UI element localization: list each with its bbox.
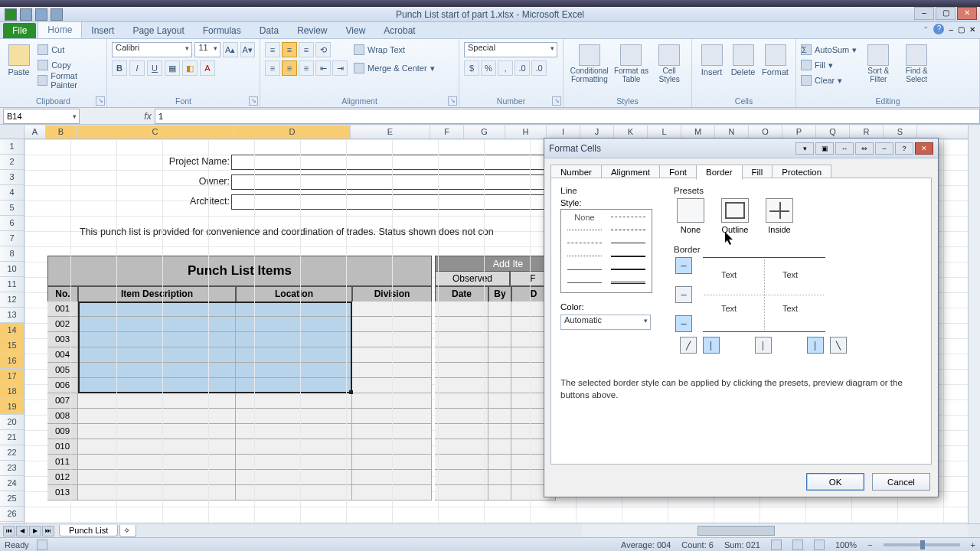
border-preview[interactable]: Text Text Text Text xyxy=(703,257,825,332)
clear-button[interactable]: Clear ▾ xyxy=(801,73,857,88)
row-header-19[interactable]: 19 xyxy=(0,399,24,415)
autosum-button[interactable]: ΣAutoSum ▾ xyxy=(801,42,857,57)
col-header-A[interactable]: A xyxy=(24,126,46,139)
dialog-opt3[interactable]: ↔ xyxy=(835,142,854,155)
row-header-2[interactable]: 2 xyxy=(0,155,24,170)
cell-location[interactable] xyxy=(236,347,352,363)
table-row[interactable]: 009 xyxy=(47,424,556,439)
conditional-formatting-button[interactable]: Conditional Formatting xyxy=(568,42,611,90)
row-header-24[interactable]: 24 xyxy=(0,476,24,491)
cancel-button[interactable]: Cancel xyxy=(872,473,930,491)
number-launcher[interactable]: ↘ xyxy=(552,96,561,106)
save-icon[interactable] xyxy=(20,8,32,21)
number-format-combo[interactable]: Special xyxy=(464,42,557,57)
new-sheet-tab[interactable]: ✧ xyxy=(119,525,136,537)
ok-button[interactable]: OK xyxy=(806,473,864,491)
cell-item-desc[interactable] xyxy=(78,455,236,470)
merge-center-button[interactable]: Merge & Center ▾ xyxy=(354,60,435,76)
cell-division[interactable] xyxy=(352,302,432,317)
tab-view[interactable]: View xyxy=(337,23,375,38)
align-bottom-icon[interactable]: ≡ xyxy=(299,42,314,57)
sheet-nav-first[interactable]: ⏮ xyxy=(3,526,15,536)
cell-no[interactable]: 006 xyxy=(47,378,78,393)
cell-date[interactable] xyxy=(435,424,488,439)
fill-button[interactable]: Fill ▾ xyxy=(801,57,857,73)
row-header-18[interactable]: 18 xyxy=(0,384,24,399)
cell-location[interactable] xyxy=(236,363,352,378)
col-header-D[interactable]: D xyxy=(234,126,351,139)
sheet-nav-last[interactable]: ⏭ xyxy=(42,526,54,536)
cell-division[interactable] xyxy=(352,393,432,409)
cell-no[interactable]: 005 xyxy=(47,363,78,378)
paste-button[interactable]: Paste xyxy=(5,42,33,90)
cell-date[interactable] xyxy=(435,455,488,470)
table-row[interactable]: 001 xyxy=(47,302,556,317)
project-name-field[interactable] xyxy=(231,155,553,170)
cell-date[interactable] xyxy=(435,378,488,393)
view-pagebreak-icon[interactable] xyxy=(814,540,825,550)
cell-no[interactable]: 010 xyxy=(47,439,78,455)
cell-location[interactable] xyxy=(236,378,352,393)
format-painter-button[interactable]: Format Painter xyxy=(38,73,102,88)
cell-item-desc[interactable] xyxy=(78,378,236,393)
help-icon[interactable]: ? xyxy=(933,24,944,34)
cell-location[interactable] xyxy=(236,439,352,455)
workbook-minimize-icon[interactable]: – xyxy=(949,25,953,34)
sheet-tab-punch-list[interactable]: Punch List xyxy=(59,525,118,536)
col-header-R[interactable]: R xyxy=(850,126,884,139)
cell-date[interactable] xyxy=(435,470,488,485)
cell-date[interactable] xyxy=(435,302,488,317)
decrease-decimal-icon[interactable]: .0 xyxy=(531,60,547,76)
row-header-23[interactable]: 23 xyxy=(0,461,24,476)
cell-division[interactable] xyxy=(352,332,432,347)
table-row[interactable]: 011 xyxy=(47,455,556,470)
dialog-close-button[interactable]: ✕ xyxy=(915,142,933,155)
border-button[interactable]: ▦ xyxy=(165,60,180,76)
tab-insert[interactable]: Insert xyxy=(82,23,123,38)
cell-no[interactable]: 002 xyxy=(47,317,78,332)
row-header-22[interactable]: 22 xyxy=(0,445,24,461)
name-box[interactable]: B14 xyxy=(3,109,80,124)
clipboard-launcher[interactable]: ↘ xyxy=(96,96,105,106)
zoom-level[interactable]: 100% xyxy=(835,540,857,549)
workbook-restore-icon[interactable]: ▢ xyxy=(958,25,965,34)
col-header-P[interactable]: P xyxy=(782,126,816,139)
table-row[interactable]: 004 xyxy=(47,347,556,363)
cell-no[interactable]: 012 xyxy=(47,470,78,485)
cell-no[interactable]: 004 xyxy=(47,347,78,363)
row-header-25[interactable]: 25 xyxy=(0,491,24,507)
table-row[interactable]: 013 xyxy=(47,485,556,500)
cell-by[interactable] xyxy=(488,424,511,439)
dialog-help-icon[interactable]: ? xyxy=(895,142,913,155)
align-left-icon[interactable]: ≡ xyxy=(265,60,280,76)
cell-date[interactable] xyxy=(435,332,488,347)
font-name-combo[interactable]: Calibri xyxy=(112,42,192,57)
formula-input[interactable]: 1 xyxy=(155,109,980,124)
underline-button[interactable]: U xyxy=(147,60,162,76)
cell-location[interactable] xyxy=(236,470,352,485)
border-diag-down-button[interactable]: ╲ xyxy=(830,337,847,354)
zoom-slider[interactable] xyxy=(884,543,960,546)
font-launcher[interactable]: ↘ xyxy=(249,96,258,106)
currency-icon[interactable]: $ xyxy=(464,60,479,76)
cell-date[interactable] xyxy=(435,347,488,363)
owner-field[interactable] xyxy=(231,174,553,190)
cell-by[interactable] xyxy=(488,439,511,455)
cut-button[interactable]: Cut xyxy=(38,42,102,57)
cell-no[interactable]: 011 xyxy=(47,455,78,470)
sheet-nav-prev[interactable]: ◀ xyxy=(16,526,28,536)
cell-division[interactable] xyxy=(352,439,432,455)
col-header-Q[interactable]: Q xyxy=(816,126,850,139)
cell-division[interactable] xyxy=(352,470,432,485)
dialog-opt1[interactable]: ▾ xyxy=(795,142,814,155)
percent-icon[interactable]: % xyxy=(481,60,496,76)
cell-date[interactable] xyxy=(435,409,488,424)
increase-indent-icon[interactable]: ⇥ xyxy=(332,60,348,76)
wrap-text-button[interactable]: Wrap Text xyxy=(354,42,435,57)
dialog-opt2[interactable]: ▣ xyxy=(815,142,834,155)
table-row[interactable]: 005 xyxy=(47,363,556,378)
select-all-corner[interactable] xyxy=(0,126,24,139)
cell-styles-button[interactable]: Cell Styles xyxy=(652,42,687,90)
col-header-E[interactable]: E xyxy=(351,126,430,139)
format-as-table-button[interactable]: Format as Table xyxy=(612,42,651,90)
